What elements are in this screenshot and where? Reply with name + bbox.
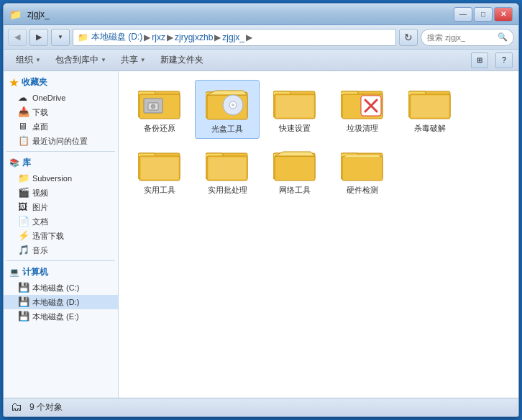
sidebar-item-onedrive[interactable]: ☁ OneDrive [4,91,118,105]
refresh-button[interactable]: ↻ [399,29,418,46]
search-icon: 🔍 [498,32,508,42]
file-label-backup: 备份还原 [144,123,175,133]
sidebar-item-video[interactable]: 🎬 视频 [4,186,118,200]
close-button[interactable]: ✕ [494,7,513,22]
drive-c-label: 本地磁盘 (C:) [32,283,79,293]
file-item-hardware[interactable]: 硬件检测 [330,142,395,199]
recent-icon: 📋 [18,135,29,147]
downloads-label: 下载 [32,107,48,118]
search-input[interactable] [427,33,498,42]
drive-e-icon: 💾 [18,311,29,322]
file-item-quickset[interactable]: 快速设置 [262,80,327,139]
documents-label: 文档 [32,216,48,227]
file-label-cdtool: 光盘工具 [211,124,243,134]
path-part-1[interactable]: 本地磁盘 (D:) [91,31,142,43]
star-icon: ★ [9,77,19,88]
drive-c-icon: 💾 [18,282,29,293]
folder-icon: 📁 [78,32,88,42]
svg-point-5 [151,104,155,109]
new-folder-button[interactable]: 新建文件夹 [154,52,210,69]
favorites-label: 收藏夹 [22,76,47,88]
address-bar: ◀ ▶ ▼ 📁 本地磁盘 (D:) ▶ rjxz ▶ zjrygjxzhb ▶ … [4,25,518,50]
libraries-label: 库 [22,157,31,169]
status-bar: 🗂 9 个对象 [4,398,518,416]
sidebar-item-desktop[interactable]: 🖥 桌面 [4,119,118,134]
favorites-header[interactable]: ★ 收藏夹 [4,74,118,91]
file-item-network[interactable]: 网络工具 [262,142,327,199]
subversion-label: Subversion [32,174,72,183]
sidebar-item-recent[interactable]: 📋 最近访问的位置 [4,134,118,148]
computer-section: 💻 计算机 💾 本地磁盘 (C:) 💾 本地磁盘 (D:) 💾 本地磁盘 (E:… [4,264,118,324]
drive-d-label: 本地磁盘 (D:) [32,297,79,308]
search-box[interactable]: 🔍 [421,29,514,46]
status-folder-icon: 🗂 [11,401,25,415]
folder-icon-hardware [341,146,384,182]
video-icon: 🎬 [18,187,29,198]
file-label-network: 网络工具 [279,185,311,195]
video-label: 视频 [32,188,48,198]
back-button[interactable]: ◀ [8,29,27,46]
file-grid: 备份还原 [124,77,513,203]
path-part-3[interactable]: zjrygjxzhb [175,32,213,42]
computer-header[interactable]: 💻 计算机 [4,264,118,280]
sidebar-item-drive-d[interactable]: 💾 本地磁盘 (D:) [4,295,118,309]
computer-label: 计算机 [22,266,48,278]
main-window: 📁 zjgjx_ — □ ✕ ◀ ▶ ▼ 📁 本地磁盘 (D:) ▶ rjxz … [3,3,519,417]
sidebar-item-music[interactable]: 🎵 音乐 [4,243,118,257]
folder-icon-junk [341,84,384,120]
svg-rect-25 [411,96,449,117]
sidebar-item-documents[interactable]: 📄 文档 [4,214,118,229]
documents-icon: 📄 [18,216,29,227]
pictures-icon: 🖼 [18,201,29,213]
organize-button[interactable]: 组织 ▼ [9,52,47,69]
file-label-quickset: 快速设置 [279,123,311,133]
minimize-button[interactable]: — [454,7,472,22]
sidebar: ★ 收藏夹 ☁ OneDrive 📥 下载 🖥 桌面 📋 最近访问的位 [4,71,119,398]
maximize-button[interactable]: □ [474,7,493,22]
library-icon: 📚 [9,158,19,168]
sidebar-item-subversion[interactable]: 📁 Subversion [4,171,118,186]
file-label-hardware: 硬件检测 [347,185,378,195]
file-item-backup[interactable]: 备份还原 [127,80,192,139]
file-item-antivirus[interactable]: 杀毒破解 [398,80,462,139]
svg-rect-29 [141,158,178,179]
dropdown-button[interactable]: ▼ [51,29,70,46]
folder-icon-quickset [273,84,316,120]
computer-icon: 💻 [9,268,19,277]
divider-1 [6,151,115,152]
file-area: 备份还原 [119,71,518,398]
include-button[interactable]: 包含到库中 ▼ [49,52,113,69]
sidebar-item-drive-e[interactable]: 💾 本地磁盘 (E:) [4,309,118,324]
svg-rect-15 [276,96,313,117]
sidebar-item-downloads[interactable]: 📥 下载 [4,105,118,119]
folder-icon-cdtool [206,85,249,121]
path-part-2[interactable]: rjxz [152,32,165,42]
libraries-header[interactable]: 📚 库 [4,155,118,171]
file-item-batch[interactable]: 实用批处理 [195,142,260,199]
folder-icon-network [273,146,316,182]
address-path[interactable]: 📁 本地磁盘 (D:) ▶ rjxz ▶ zjrygjxzhb ▶ zjgjx_… [73,29,396,46]
file-label-utils: 实用工具 [144,185,175,195]
file-item-cdtool[interactable]: 光盘工具 [195,80,260,139]
path-part-4[interactable]: zjgjx_ [222,32,244,42]
music-label: 音乐 [32,245,48,256]
folder-icon-utils [138,146,181,182]
share-button[interactable]: 共享 ▼ [114,52,152,69]
divider-2 [6,260,115,261]
forward-button[interactable]: ▶ [29,29,48,46]
file-item-utils[interactable]: 实用工具 [127,142,192,199]
svg-rect-33 [209,158,246,179]
file-item-junk[interactable]: 垃圾清理 [330,80,395,139]
downloads-icon: 📥 [18,106,29,118]
sidebar-item-drive-c[interactable]: 💾 本地磁盘 (C:) [4,280,118,295]
window-title: zjgjx_ [27,9,454,19]
sidebar-item-thunder[interactable]: ⚡ 迅雷下载 [4,229,118,243]
help-button[interactable]: ? [495,52,513,68]
sidebar-item-pictures[interactable]: 🖼 图片 [4,200,118,214]
svg-rect-36 [275,156,315,181]
main-content: ★ 收藏夹 ☁ OneDrive 📥 下载 🖥 桌面 📋 最近访问的位 [4,71,518,398]
title-controls: — □ ✕ [454,7,513,22]
folder-icon-backup [138,84,181,120]
drive-d-icon: 💾 [18,296,29,308]
view-toggle-button[interactable]: ⊞ [471,52,488,68]
